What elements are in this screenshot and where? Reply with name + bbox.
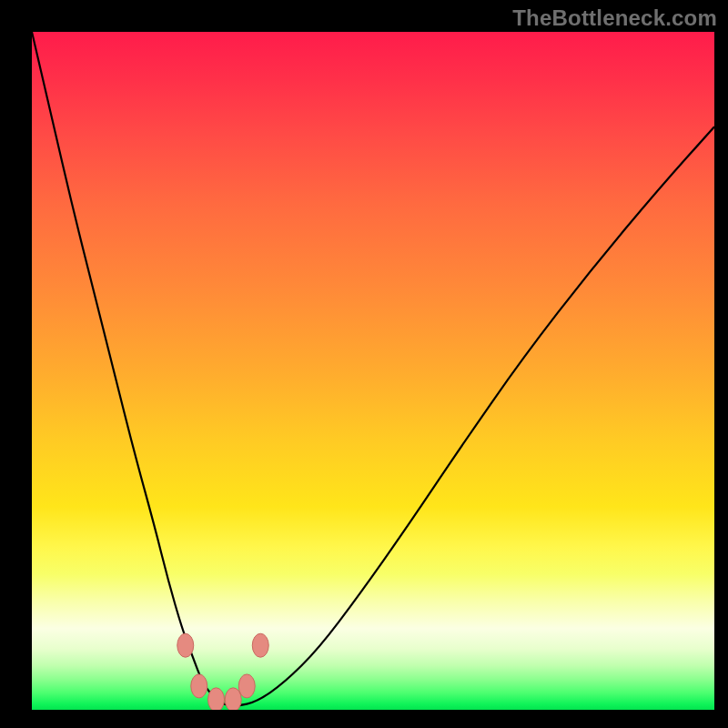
bottleneck-curve <box>32 32 714 705</box>
curve-marker <box>191 674 207 698</box>
curve-markers <box>177 633 269 710</box>
curve-marker <box>208 688 225 710</box>
chart-frame: TheBottleneck.com <box>0 0 728 728</box>
plot-area <box>32 32 714 710</box>
curve-marker <box>252 633 268 657</box>
curve-marker <box>177 633 194 657</box>
watermark-text: TheBottleneck.com <box>512 5 717 31</box>
curve-marker <box>238 674 255 698</box>
curve-marker <box>225 688 241 710</box>
curve-layer <box>32 32 714 710</box>
